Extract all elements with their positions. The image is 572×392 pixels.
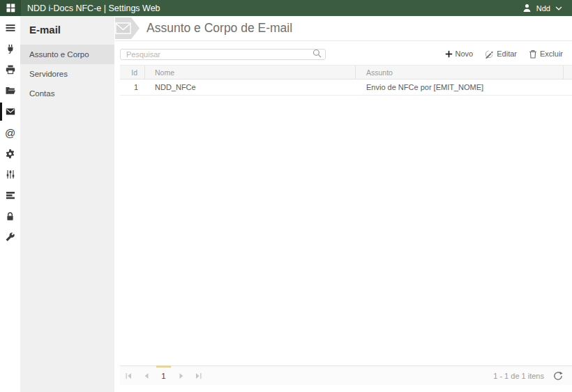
apps-grid-icon bbox=[6, 3, 15, 13]
cell-spacer bbox=[564, 80, 572, 95]
pager-last-button[interactable] bbox=[190, 366, 207, 385]
rail-item-sliders[interactable] bbox=[0, 164, 20, 185]
plug-icon bbox=[5, 43, 16, 54]
toolbar-buttons: Novo Editar bbox=[445, 50, 563, 59]
rail-item-at[interactable]: @ bbox=[0, 122, 20, 143]
folder-open-icon bbox=[5, 85, 16, 96]
icon-rail: @ bbox=[0, 16, 20, 392]
envelope-watermark-icon bbox=[115, 17, 140, 39]
pager-right: 1 - 1 de 1 itens bbox=[493, 371, 572, 381]
gear-icon bbox=[5, 149, 15, 159]
column-header-id[interactable]: Id bbox=[120, 66, 145, 79]
page-header: Assunto e Corpo de E-mail bbox=[114, 16, 572, 41]
top-bar: NDD i-Docs NFC-e | Settings Web Ndd bbox=[0, 0, 572, 16]
column-header-assunto[interactable]: Assunto bbox=[356, 66, 564, 79]
rows-icon bbox=[5, 190, 16, 201]
search-wrap bbox=[120, 47, 326, 60]
refresh-icon[interactable] bbox=[553, 371, 563, 381]
sidebar-item-assunto-e-corpo[interactable]: Assunto e Corpo bbox=[20, 45, 114, 64]
user-icon bbox=[522, 3, 532, 13]
pager-page-current[interactable]: 1 bbox=[155, 366, 172, 385]
pager-info: 1 - 1 de 1 itens bbox=[493, 372, 544, 380]
pager-bar: 1 1 - 1 de 1 itens bbox=[120, 365, 572, 385]
user-name: Ndd bbox=[536, 4, 550, 13]
cell-nome: NDD_NFCe bbox=[145, 80, 356, 95]
edit-pencil-icon bbox=[485, 50, 494, 59]
edit-button-label: Editar bbox=[497, 50, 517, 58]
pager-prev-button[interactable] bbox=[137, 366, 155, 385]
trash-icon bbox=[529, 50, 537, 59]
plus-icon bbox=[445, 50, 453, 58]
rail-item-security[interactable] bbox=[0, 206, 20, 227]
rail-item-folder[interactable] bbox=[0, 80, 20, 101]
delete-button-label: Excluir bbox=[540, 50, 563, 58]
new-button[interactable]: Novo bbox=[445, 50, 474, 58]
column-header-spacer bbox=[564, 66, 572, 79]
lock-icon bbox=[5, 211, 15, 222]
rail-item-rows[interactable] bbox=[0, 185, 20, 206]
sidebar-title: E-mail bbox=[20, 16, 114, 45]
wrench-icon bbox=[5, 232, 15, 243]
pager-next-button[interactable] bbox=[172, 366, 190, 385]
sidebar-item-servidores[interactable]: Servidores bbox=[20, 64, 114, 84]
rail-item-settings[interactable] bbox=[0, 143, 20, 164]
search-input[interactable] bbox=[120, 49, 326, 60]
sliders-icon bbox=[5, 169, 16, 180]
user-menu[interactable]: Ndd bbox=[522, 3, 572, 13]
apps-grid-button[interactable] bbox=[0, 0, 21, 16]
rail-item-plug[interactable] bbox=[0, 38, 20, 59]
main-content: Assunto e Corpo de E-mail Novo bbox=[114, 16, 572, 392]
column-header-nome[interactable]: Nome bbox=[145, 66, 356, 79]
table-row[interactable]: 1 NDD_NFCe Envio de NFCe por [EMIT_NOME] bbox=[120, 80, 572, 96]
page-title: Assunto e Corpo de E-mail bbox=[146, 21, 292, 36]
module-sidebar: E-mail Assunto e Corpo Servidores Contas bbox=[20, 16, 114, 392]
at-icon: @ bbox=[5, 128, 15, 138]
rail-item-menu[interactable] bbox=[0, 17, 20, 38]
rail-item-printer[interactable] bbox=[0, 59, 20, 80]
new-button-label: Novo bbox=[456, 50, 474, 58]
envelope-icon bbox=[5, 106, 16, 117]
sidebar-item-contas[interactable]: Contas bbox=[20, 84, 114, 103]
data-grid: Id Nome Assunto 1 NDD_NFCe Envio de NFCe… bbox=[120, 65, 572, 96]
pager-first-button[interactable] bbox=[120, 366, 137, 385]
edit-button[interactable]: Editar bbox=[485, 50, 517, 59]
delete-button[interactable]: Excluir bbox=[529, 50, 563, 59]
toolbar: Novo Editar bbox=[114, 41, 572, 65]
cell-assunto: Envio de NFCe por [EMIT_NOME] bbox=[356, 80, 564, 95]
chevron-down-icon bbox=[555, 6, 562, 10]
rail-item-email[interactable] bbox=[0, 101, 20, 122]
menu-icon bbox=[5, 22, 16, 33]
cell-id: 1 bbox=[120, 80, 145, 95]
grid-header: Id Nome Assunto bbox=[120, 65, 572, 80]
app-title: NDD i-Docs NFC-e | Settings Web bbox=[27, 3, 160, 13]
printer-icon bbox=[5, 64, 16, 75]
rail-item-tools[interactable] bbox=[0, 227, 20, 248]
search-icon[interactable] bbox=[313, 49, 322, 58]
